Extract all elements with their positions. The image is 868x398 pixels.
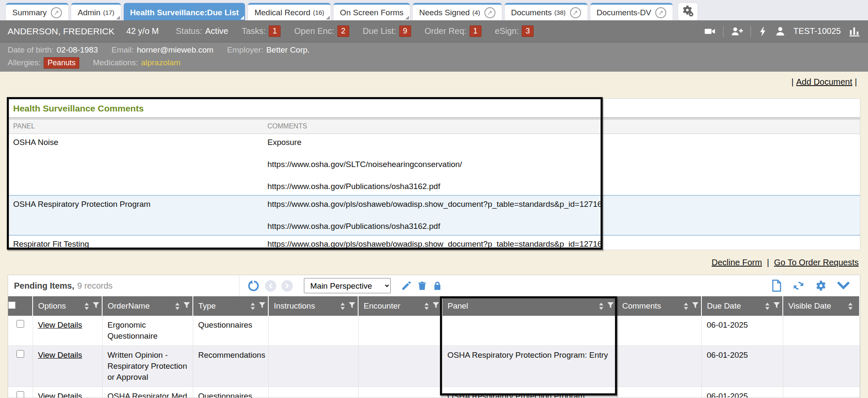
- tab-summary[interactable]: Summary ↗: [6, 3, 68, 20]
- edit-pencil-icon[interactable]: [401, 280, 412, 291]
- filter-funnel-icon[interactable]: [607, 301, 614, 311]
- filter-funnel-icon[interactable]: [259, 301, 265, 311]
- gear-icon[interactable]: [815, 280, 827, 292]
- column-header-options[interactable]: Options: [33, 296, 102, 316]
- pipe: |: [767, 258, 769, 267]
- view-details-link[interactable]: View Details: [38, 351, 82, 359]
- column-header-due-date[interactable]: Due Date: [701, 296, 783, 316]
- tab-documents-dv[interactable]: Documents-DV ↗: [590, 3, 673, 20]
- row-checkbox[interactable]: [17, 391, 24, 398]
- comments-table-header: PANEL COMMENTS: [8, 119, 860, 134]
- tasks-label: Tasks:: [242, 26, 266, 36]
- sort-icon[interactable]: [765, 303, 770, 310]
- next-page-icon[interactable]: [281, 280, 293, 292]
- sort-icon[interactable]: [848, 303, 853, 310]
- allergy-badge[interactable]: Peanuts: [44, 57, 79, 69]
- column-header-encounter[interactable]: Encounter: [358, 296, 442, 316]
- filter-funnel-icon[interactable]: [184, 301, 190, 311]
- external-link-icon[interactable]: ↗: [570, 7, 581, 18]
- person-icon[interactable]: [775, 26, 786, 37]
- allergies-field: Allergies: Peanuts: [8, 56, 79, 69]
- filter-funnel-icon[interactable]: [773, 301, 780, 311]
- previous-page-icon[interactable]: [265, 280, 276, 292]
- encounter-cell: [358, 387, 442, 398]
- tab-label: Documents: [511, 8, 552, 17]
- tab-count: (38): [554, 9, 566, 16]
- row-checkbox[interactable]: [17, 350, 24, 358]
- open-enc-badge[interactable]: 2: [337, 25, 349, 37]
- employer-field: Employer: Better Corp.: [227, 44, 310, 56]
- view-details-link[interactable]: View Details: [38, 320, 82, 329]
- sort-icon[interactable]: [250, 303, 256, 310]
- select-all-cell: [8, 296, 33, 316]
- sort-icon[interactable]: [424, 303, 429, 310]
- tab-admin[interactable]: Admin (17): [71, 3, 121, 20]
- chevron-down-icon[interactable]: [837, 280, 850, 291]
- filter-funnel-icon[interactable]: [692, 301, 698, 311]
- tab-on-screen-forms[interactable]: On Screen Forms: [334, 3, 410, 20]
- comments-row-respirator-fit[interactable]: Respirator Fit Testing https://www.osha.…: [8, 236, 860, 253]
- tasks-badge[interactable]: 1: [269, 25, 281, 37]
- external-link-icon[interactable]: ↗: [51, 7, 62, 18]
- new-document-icon[interactable]: [771, 279, 782, 292]
- encounter-cell: [358, 316, 442, 346]
- column-header-comments[interactable]: Comments: [617, 296, 701, 316]
- instructions-cell: [268, 387, 358, 398]
- sort-icon[interactable]: [598, 303, 604, 310]
- medications-label: Medications:: [93, 56, 138, 69]
- filter-funnel-icon[interactable]: [93, 301, 99, 311]
- refresh-icon[interactable]: [792, 279, 805, 292]
- filter-funnel-icon[interactable]: [349, 301, 355, 311]
- sort-icon[interactable]: [175, 303, 180, 310]
- comments-row-osha-noise[interactable]: OSHA Noise Exposure https://www.osha.gov…: [8, 134, 860, 195]
- column-header-instructions[interactable]: Instructions: [268, 296, 358, 316]
- esign-badge[interactable]: 3: [522, 25, 534, 37]
- patient-id: TEST-10025: [793, 26, 841, 36]
- due-list-badge[interactable]: 9: [399, 25, 411, 37]
- tab-documents[interactable]: Documents (38) ↗: [505, 3, 587, 20]
- medication-value[interactable]: alprazolam: [141, 56, 181, 69]
- comments-row-osha-respiratory[interactable]: OSHA Respiratory Protection Program http…: [8, 195, 860, 236]
- sort-icon[interactable]: [340, 303, 345, 310]
- corner-fold-icon: [405, 16, 409, 19]
- dob-field: Date of birth: 02-08-1983: [8, 44, 98, 56]
- tab-settings-button[interactable]: [678, 3, 698, 20]
- visible-date-cell: [783, 316, 860, 346]
- column-header-panel[interactable]: Panel: [442, 296, 617, 316]
- select-all-checkbox[interactable]: [8, 301, 16, 309]
- add-document-link[interactable]: Add Document: [796, 77, 852, 86]
- email-label: Email:: [111, 44, 134, 56]
- column-header-ordername[interactable]: OrderName: [102, 296, 193, 316]
- filter-funnel-icon[interactable]: [433, 301, 439, 311]
- sort-icon[interactable]: [84, 303, 89, 310]
- column-header-type[interactable]: Type: [193, 296, 268, 316]
- video-camera-icon[interactable]: [704, 26, 715, 37]
- encounter-cell: [358, 346, 442, 387]
- status-value: Active: [205, 26, 228, 36]
- column-header-visible-date[interactable]: Visible Date: [783, 296, 860, 316]
- undo-icon[interactable]: [247, 279, 260, 292]
- lightning-icon[interactable]: [759, 26, 767, 37]
- add-person-icon[interactable]: [731, 26, 743, 37]
- row-checkbox[interactable]: [17, 320, 24, 328]
- visible-date-cell: [783, 387, 860, 398]
- bar-chart-icon[interactable]: [849, 25, 860, 37]
- tab-medical-record[interactable]: Medical Record (16): [248, 3, 331, 20]
- tab-label: Summary: [12, 8, 47, 17]
- row-select-cell: [8, 387, 33, 398]
- sort-icon[interactable]: [683, 303, 689, 310]
- lock-icon[interactable]: [432, 280, 442, 291]
- order-req-badge[interactable]: 1: [470, 25, 481, 37]
- order-req-label: Order Req:: [425, 26, 467, 36]
- external-link-icon[interactable]: ↗: [655, 7, 666, 18]
- perspective-select[interactable]: Main Perspective: [304, 278, 391, 293]
- tab-health-surveillance-due-list[interactable]: Health Surveillance:Due List: [124, 3, 245, 20]
- external-link-icon[interactable]: ↗: [484, 7, 495, 18]
- go-to-order-requests-link[interactable]: Go To Order Requests: [774, 258, 859, 267]
- tab-needs-signed[interactable]: Needs Signed (4) ↗: [413, 3, 502, 20]
- delete-trash-icon[interactable]: [417, 280, 427, 291]
- panel-cell: OSHA Respiratory Protection Program: [442, 387, 617, 398]
- employer-label: Employer:: [227, 44, 264, 56]
- decline-form-link[interactable]: Decline Form: [712, 258, 762, 267]
- view-details-link[interactable]: View Details: [38, 392, 82, 398]
